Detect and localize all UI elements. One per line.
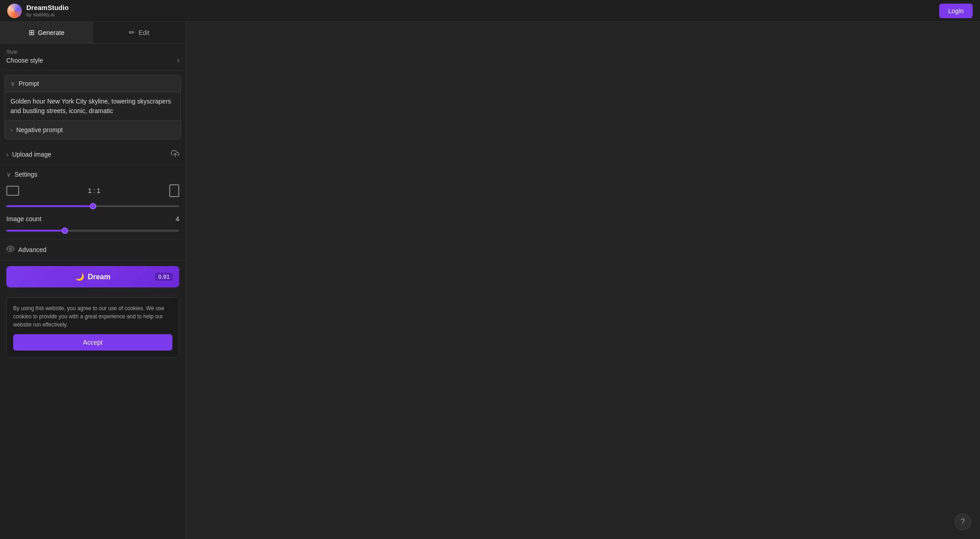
main-layout: ⊞ Generate ✏ Edit Style Choose style › ∨… — [0, 22, 980, 539]
tab-edit-label: Edit — [138, 29, 149, 36]
aspect-ratio-slider[interactable] — [6, 205, 179, 207]
sidebar: ⊞ Generate ✏ Edit Style Choose style › ∨… — [0, 22, 186, 539]
tab-generate[interactable]: ⊞ Generate — [0, 22, 93, 43]
advanced-label: Advanced — [18, 246, 46, 253]
upload-section[interactable]: › Upload image — [0, 144, 186, 165]
help-button[interactable]: ? — [955, 514, 971, 530]
style-section: Style Choose style › — [0, 44, 186, 70]
dream-button[interactable]: 🌙 Dream 0.91 — [6, 266, 179, 287]
prompt-chevron-icon: ∨ — [10, 80, 15, 87]
settings-label: Settings — [15, 171, 38, 178]
tab-row: ⊞ Generate ✏ Edit — [0, 22, 186, 44]
aspect-ratio-value: 1 : 1 — [24, 187, 165, 194]
style-label: Style — [6, 49, 179, 54]
logo-icon — [7, 4, 22, 18]
dream-badge: 0.91 — [154, 272, 174, 282]
header-title-group: DreamStudio by stability.ai — [26, 4, 69, 18]
content-area — [186, 22, 980, 539]
eye-icon — [6, 245, 15, 255]
image-count-slider-container — [6, 225, 179, 233]
tab-generate-label: Generate — [38, 29, 64, 36]
prompt-header[interactable]: ∨ Prompt — [5, 75, 181, 92]
aspect-slider-container — [6, 201, 179, 209]
tab-edit[interactable]: ✏ Edit — [93, 22, 186, 43]
style-selector[interactable]: Choose style › — [6, 56, 179, 64]
settings-header[interactable]: ∨ Settings — [6, 171, 179, 178]
login-button[interactable]: Login — [939, 4, 973, 18]
negative-prompt-label: Negative prompt — [16, 126, 63, 134]
dream-moon-icon: 🌙 — [75, 272, 84, 281]
prompt-label: Prompt — [19, 80, 39, 87]
edit-icon: ✏ — [129, 28, 135, 37]
upload-icon — [171, 149, 179, 159]
dream-button-label: Dream — [88, 273, 111, 281]
image-count-value: 4 — [176, 215, 179, 223]
style-selector-text: Choose style — [6, 57, 43, 64]
aspect-ratio-row: 1 : 1 — [6, 184, 179, 197]
settings-section: ∨ Settings 1 : 1 Image count 4 — [0, 165, 186, 239]
image-count-slider[interactable] — [6, 230, 179, 232]
upload-left: › Upload image — [6, 151, 51, 158]
upload-chevron-icon: › — [6, 151, 9, 158]
cookie-text: By using this website, you agree to our … — [13, 304, 172, 329]
settings-chevron-icon: ∨ — [6, 171, 11, 178]
prompt-body[interactable]: Golden hour New York City skyline, tower… — [5, 92, 181, 120]
app-title: DreamStudio — [26, 4, 69, 12]
header: DreamStudio by stability.ai Login — [0, 0, 980, 22]
header-brand: DreamStudio by stability.ai — [7, 4, 69, 18]
image-count-label: Image count — [6, 215, 41, 223]
prompt-section: ∨ Prompt Golden hour New York City skyli… — [5, 75, 181, 139]
negative-prompt-section[interactable]: › Negative prompt — [5, 120, 181, 139]
app-subtitle: by stability.ai — [26, 12, 69, 18]
chevron-right-icon: › — [177, 56, 179, 64]
cookie-banner: By using this website, you agree to our … — [6, 297, 179, 357]
svg-point-1 — [10, 248, 12, 250]
advanced-section[interactable]: Advanced — [0, 239, 186, 261]
cookie-accept-button[interactable]: Accept — [13, 334, 172, 351]
portrait-icon — [169, 184, 179, 197]
upload-label: Upload image — [12, 151, 51, 158]
dream-button-container: 🌙 Dream 0.91 — [0, 261, 186, 293]
negative-prompt-chevron-icon: › — [10, 126, 13, 134]
landscape-icon — [6, 186, 19, 196]
image-count-row: Image count 4 — [6, 215, 179, 223]
prompt-text: Golden hour New York City skyline, tower… — [10, 98, 171, 114]
generate-icon: ⊞ — [29, 28, 34, 37]
